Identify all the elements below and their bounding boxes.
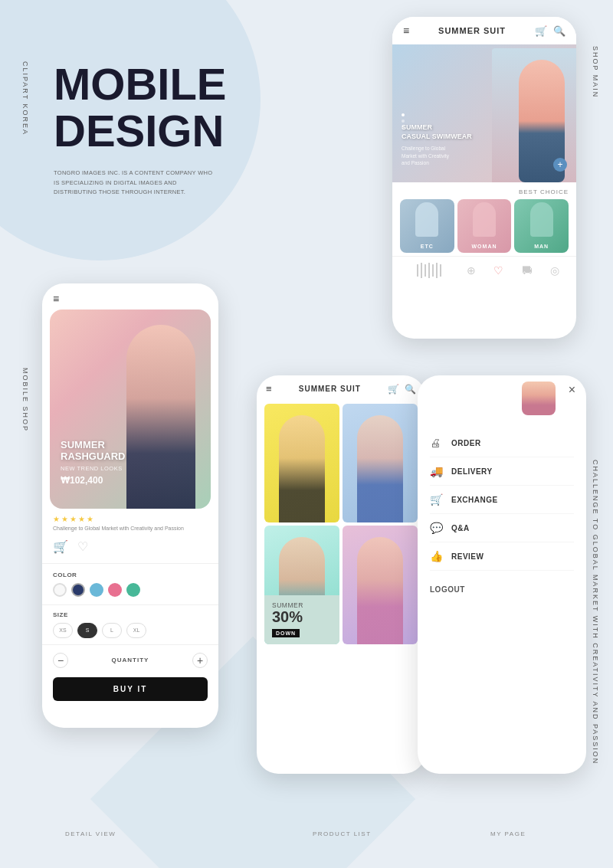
menu-item-order[interactable]: 🖨 ORDER xyxy=(430,429,574,457)
bc-item-etc[interactable]: ETC xyxy=(400,199,454,253)
size-label: SIZE xyxy=(53,611,208,618)
product-grid: SUMMER 30% DOWN xyxy=(257,402,425,646)
product-stars: ★ ★ ★ ★ ★ xyxy=(42,509,218,525)
product-figure-2 xyxy=(357,415,403,522)
hero-section: MOBILE DESIGN TONGRO IMAGES INC. IS A CO… xyxy=(54,61,227,198)
qa-label: Q&A xyxy=(451,524,470,532)
delivery-icon: 🚚 xyxy=(430,465,444,477)
detail-product-info: SUMMER RASHGUARD NEW TREND LOOKS ₩102,40… xyxy=(61,439,126,486)
review-label: REVIEW xyxy=(451,552,484,561)
label-my-page: MY PAGE xyxy=(490,830,526,837)
quantity-minus-button[interactable]: − xyxy=(53,653,68,668)
product-card-3[interactable]: SUMMER 30% DOWN xyxy=(264,526,339,644)
label-product-list: PRODUCT LIST xyxy=(313,830,372,837)
label-clipart: CLIPART KOREA xyxy=(21,61,29,136)
swatch-sky[interactable] xyxy=(90,583,103,597)
footer-circle-icon[interactable]: ◎ xyxy=(550,264,559,277)
quantity-plus-button[interactable]: + xyxy=(192,653,208,668)
phone-shop-main: ≡ SUMMER SUIT 🛒 🔍 SUMMERCASUAL SWIMWEAR … xyxy=(392,17,576,339)
product-card-1[interactable] xyxy=(264,404,339,522)
close-icon[interactable]: × xyxy=(569,383,575,397)
divider-1 xyxy=(42,563,218,564)
best-choice-label: BEST CHOICE xyxy=(400,188,569,195)
star-5: ★ xyxy=(87,515,93,523)
barcode-icon[interactable] xyxy=(409,263,449,278)
dot-2[interactable] xyxy=(402,120,405,123)
footer-heart-icon[interactable]: ♡ xyxy=(493,264,503,277)
man-figure xyxy=(530,202,553,237)
menu-item-review[interactable]: 👍 REVIEW xyxy=(430,542,574,571)
size-xl[interactable]: XL xyxy=(126,623,146,638)
hero-subtitle: SUMMERCASUAL SWIMWEAR xyxy=(402,123,472,141)
detail-menu-icon[interactable]: ≡ xyxy=(53,293,59,305)
quantity-label: QUANTITY xyxy=(76,657,185,663)
phone-my-page: × 🖨 ORDER 🚚 DELIVERY 🛒 EXCHANGE 💬 Q&A 👍 … xyxy=(418,375,586,774)
swatch-teal[interactable] xyxy=(126,583,140,597)
size-l[interactable]: L xyxy=(102,623,122,638)
product-title: SUMMER RASHGUARD xyxy=(61,439,126,463)
size-options: XS S L XL xyxy=(53,623,208,638)
mypage-menu: 🖨 ORDER 🚚 DELIVERY 🛒 EXCHANGE 💬 Q&A 👍 RE… xyxy=(418,429,586,571)
menu-item-exchange[interactable]: 🛒 EXCHANGE xyxy=(430,486,574,514)
sale-percent: 30% xyxy=(272,609,332,624)
bc-item-man[interactable]: MAN xyxy=(514,199,569,253)
star-4: ★ xyxy=(78,515,85,523)
product-cart-icon[interactable]: 🛒 xyxy=(388,384,399,395)
swatch-white[interactable] xyxy=(53,583,67,597)
size-xs[interactable]: XS xyxy=(53,623,73,638)
hero-title: MOBILE DESIGN xyxy=(54,61,227,155)
size-section: SIZE XS S L XL xyxy=(42,608,218,641)
color-swatches xyxy=(53,583,208,597)
bc-label-etc: ETC xyxy=(400,244,454,249)
detail-header: ≡ xyxy=(42,283,218,310)
order-icon: 🖨 xyxy=(430,437,444,449)
menu-item-delivery[interactable]: 🚚 DELIVERY xyxy=(430,457,574,486)
product-header-icons: 🛒 🔍 xyxy=(388,384,416,395)
size-s[interactable]: S xyxy=(77,623,97,638)
qa-icon: 💬 xyxy=(430,522,444,534)
detail-actions: 🛒 ♡ xyxy=(42,539,218,560)
hero-plus-button[interactable]: + xyxy=(553,158,567,172)
footer-delivery-icon[interactable]: ⛟ xyxy=(522,264,533,277)
down-badge: DOWN xyxy=(272,629,300,637)
product-card-4[interactable] xyxy=(343,526,418,644)
product-card-2[interactable] xyxy=(343,404,418,522)
dot-1[interactable] xyxy=(402,113,405,116)
label-mobile-shop: MOBILE SHOP xyxy=(21,368,29,432)
hamburger-menu-icon[interactable]: ≡ xyxy=(403,25,409,37)
product-figure-1 xyxy=(279,415,325,522)
cart-icon[interactable]: 🛒 xyxy=(535,25,547,37)
detail-model-figure xyxy=(126,325,195,509)
best-choice-grid: ETC WOMAN MAN xyxy=(400,199,569,253)
phone-detail: ≡ SUMMER RASHGUARD NEW TREND LOOKS ₩102,… xyxy=(42,283,218,728)
buy-button[interactable]: BUY IT xyxy=(53,677,208,701)
logout-section[interactable]: LOGOUT xyxy=(418,571,586,606)
divider-3 xyxy=(42,644,218,645)
cart-action-icon[interactable]: 🛒 xyxy=(53,539,68,554)
bar1 xyxy=(417,264,418,277)
shop-main-header: ≡ SUMMER SUIT 🛒 🔍 xyxy=(392,17,576,44)
footer-tag-icon[interactable]: ⊕ xyxy=(467,264,476,277)
logout-label: LOGOUT xyxy=(430,585,465,594)
bar6 xyxy=(436,263,438,278)
product-list-header: ≡ SUMMER SUIT 🛒 🔍 xyxy=(257,375,425,402)
product-search-icon[interactable]: 🔍 xyxy=(405,384,416,395)
menu-item-qa[interactable]: 💬 Q&A xyxy=(430,514,574,542)
review-icon: 👍 xyxy=(430,550,444,562)
heart-action-icon[interactable]: ♡ xyxy=(77,539,88,554)
etc-figure xyxy=(415,202,438,237)
swatch-pink[interactable] xyxy=(108,583,122,597)
bc-item-woman[interactable]: WOMAN xyxy=(457,199,512,253)
search-icon[interactable]: 🔍 xyxy=(553,25,565,37)
shop-main-hero: SUMMERCASUAL SWIMWEAR Challenge to Globa… xyxy=(392,44,576,182)
swatch-navy[interactable] xyxy=(71,583,85,597)
product-list-title: SUMMER SUIT xyxy=(299,385,361,393)
product-menu-icon[interactable]: ≡ xyxy=(266,383,272,395)
bar2 xyxy=(421,263,422,278)
bar4 xyxy=(428,263,430,278)
bc-label-woman: WOMAN xyxy=(457,244,512,249)
color-label: COLOR xyxy=(53,572,208,578)
product-price: ₩102,400 xyxy=(61,475,126,486)
star-3: ★ xyxy=(70,515,77,523)
avatar-figure xyxy=(522,382,556,415)
